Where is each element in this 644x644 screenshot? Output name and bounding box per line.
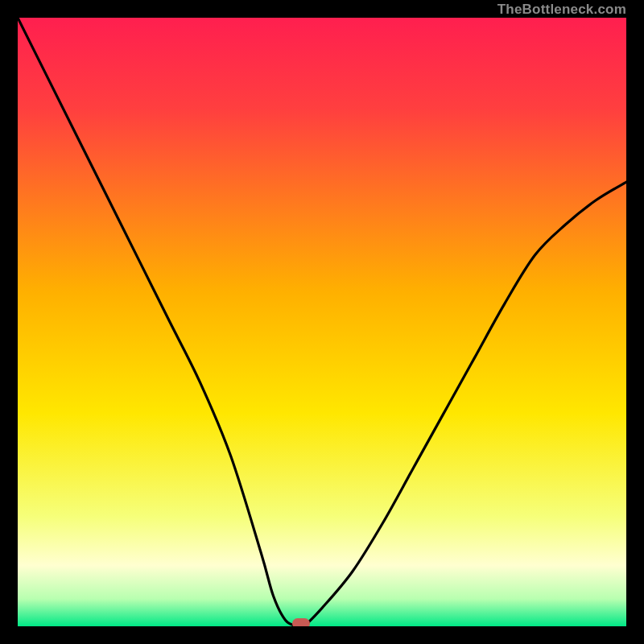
chart-container: TheBottleneck.com xyxy=(0,0,644,644)
optimum-marker xyxy=(292,618,310,626)
watermark: TheBottleneck.com xyxy=(497,2,626,18)
bottleneck-curve xyxy=(18,18,626,626)
plot-area xyxy=(18,18,626,626)
